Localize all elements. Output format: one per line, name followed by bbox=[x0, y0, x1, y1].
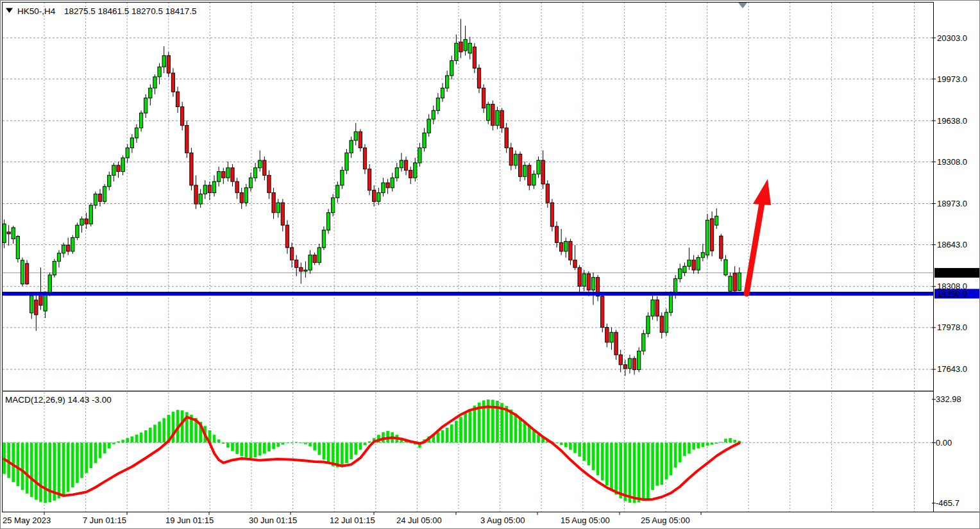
chart-background bbox=[2, 2, 979, 528]
macd-axis-label: -465.7 bbox=[936, 498, 959, 508]
time-axis-label: 3 Aug 05:00 bbox=[480, 516, 525, 525]
chart-window: 18417.5 18250.0 20303.019973.019638.0193… bbox=[0, 0, 980, 529]
chart-canvas[interactable]: 18417.5 18250.0 20303.019973.019638.0193… bbox=[1, 1, 980, 529]
time-axis-label: 7 Jun 01:15 bbox=[83, 516, 126, 525]
chart-title-symbol: HK50-,H4 bbox=[17, 6, 56, 16]
price-axis-label: 20303.0 bbox=[937, 33, 967, 43]
macd-axis-label: 0.00 bbox=[936, 438, 952, 448]
macd-indicator-label: MACD(12,26,9) 14.43 -3.00 bbox=[5, 395, 112, 405]
time-axis-label: 12 Jul 01:15 bbox=[330, 516, 375, 525]
price-axis-label: 18308.0 bbox=[937, 281, 967, 291]
price-axis-label: 18973.0 bbox=[937, 199, 967, 208]
price-axis-label: 19638.0 bbox=[937, 116, 967, 126]
time-axis-label: 25 Aug 05:00 bbox=[641, 516, 690, 525]
time-axis-label: 30 Jun 01:15 bbox=[249, 516, 297, 525]
macd-axis-label: 332.98 bbox=[936, 394, 961, 404]
price-axis-label: 19308.0 bbox=[937, 157, 967, 167]
price-axis-label: 18643.0 bbox=[937, 240, 967, 249]
time-axis-label: 15 Aug 05:00 bbox=[561, 516, 610, 525]
price-axis-label: 17643.0 bbox=[937, 364, 967, 374]
time-axis-label: 24 Jul 05:00 bbox=[396, 516, 442, 525]
price-axis-label: 19973.0 bbox=[937, 74, 967, 84]
time-axis-label: 19 Jun 01:15 bbox=[165, 516, 214, 525]
chart-title-ohlc: 18275.5 18461.5 18270.5 18417.5 bbox=[64, 6, 196, 16]
time-axis-label: 25 May 2023 bbox=[3, 516, 51, 525]
current-price-label: 18417.5 bbox=[937, 268, 967, 278]
price-axis-label: 17978.0 bbox=[937, 323, 967, 332]
